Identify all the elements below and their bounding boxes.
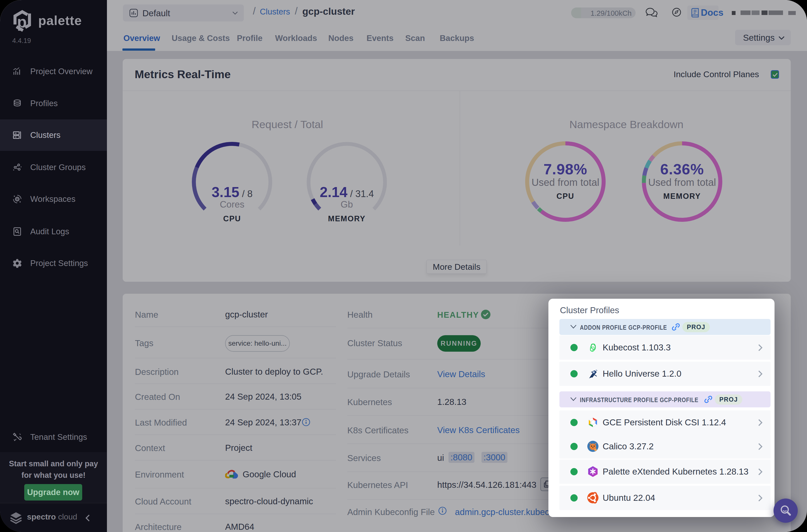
svg-text:p: p [17, 13, 27, 31]
